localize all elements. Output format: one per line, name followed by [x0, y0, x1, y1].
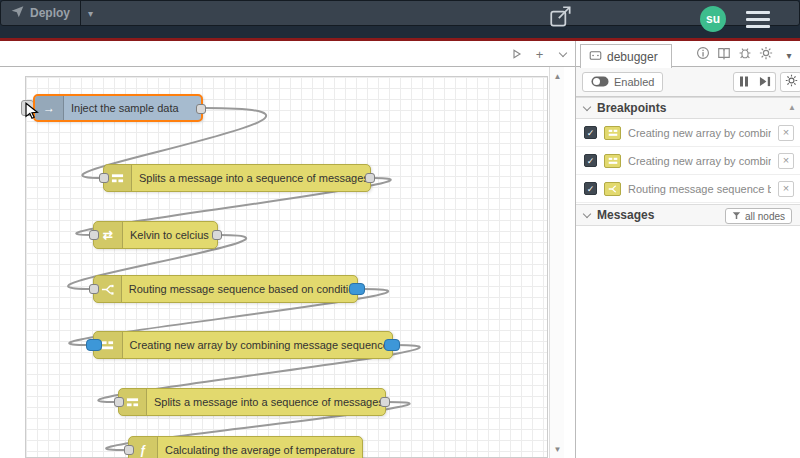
input-port[interactable] — [89, 284, 99, 294]
step-forward-icon — [759, 73, 771, 91]
node-inject[interactable]: → Inject the sample data — [33, 94, 203, 122]
input-port-breakpoint[interactable] — [86, 339, 102, 351]
node-label: Routing message sequence based on condit… — [122, 276, 357, 302]
node-switch[interactable]: Routing message sequence based on condit… — [93, 275, 358, 303]
join-mini-node-icon — [604, 126, 621, 140]
node-change[interactable]: ⇄ Kelvin to celcius — [93, 221, 218, 249]
remove-breakpoint-button[interactable]: × — [778, 181, 794, 197]
sidebar-tab-config[interactable] — [755, 46, 776, 64]
canvas-vertical-scrollbar[interactable]: ▲ ▼ — [549, 67, 564, 458]
export-icon — [548, 4, 574, 34]
input-port[interactable] — [114, 397, 124, 407]
sidebar-tab-icons — [692, 46, 776, 64]
breakpoint-checkbox[interactable]: ✓ — [584, 154, 597, 167]
main-menu-button[interactable] — [744, 8, 772, 30]
scroll-up-icon: ▲ — [554, 72, 562, 81]
node-label: Creating new array by combining message … — [123, 332, 392, 358]
close-icon: × — [783, 182, 789, 194]
check-icon: ✓ — [587, 184, 595, 194]
input-port[interactable] — [124, 445, 134, 455]
breakpoint-row[interactable]: ✓ Creating new array by combining messag… — [576, 119, 800, 147]
gear-icon — [785, 73, 798, 91]
remove-breakpoint-button[interactable]: × — [778, 125, 794, 141]
breakpoint-label: Creating new array by combining message … — [628, 127, 771, 139]
node-function[interactable]: ƒ Calculating the average of temperature — [128, 436, 363, 458]
join-mini-node-icon — [604, 154, 621, 168]
node-split[interactable]: Splits a message into a sequence of mess… — [103, 164, 371, 192]
scroll-down-button[interactable]: ▼ — [550, 442, 565, 456]
section-breakpoints[interactable]: Breakpoints ▲ — [576, 97, 800, 119]
scroll-up-button[interactable]: ▲ — [550, 69, 565, 83]
section-scroll-up-icon[interactable]: ▲ — [788, 103, 796, 112]
debugger-tab-label: debugger — [607, 50, 658, 64]
hamburger-icon — [746, 11, 770, 14]
node-label: Kelvin to celcius — [123, 222, 216, 248]
enabled-label: Enabled — [614, 76, 654, 88]
step-button[interactable] — [754, 72, 776, 92]
sidebar-tab-list-button[interactable]: ▾ — [780, 46, 798, 64]
section-messages[interactable]: Messages all nodes — [576, 204, 800, 226]
remove-breakpoint-button[interactable]: × — [778, 153, 794, 169]
add-flow-button[interactable]: + — [528, 44, 551, 64]
output-port-breakpoint[interactable] — [349, 283, 365, 295]
scroll-down-icon: ▼ — [554, 445, 562, 454]
output-port[interactable] — [365, 173, 375, 183]
sidebar-tab-debugger[interactable]: debugger — [580, 44, 672, 68]
breakpoint-checkbox[interactable]: ✓ — [584, 126, 597, 139]
header-bar: Deploy ▾ su — [0, 0, 800, 38]
funnel-icon — [732, 211, 741, 222]
input-port[interactable] — [99, 173, 109, 183]
breakpoint-label: Routing message sequence based on condit… — [628, 183, 771, 195]
breakpoints-section-label: Breakpoints — [597, 101, 666, 115]
node-red-app: Deploy ▾ su + — [0, 0, 800, 458]
gear-icon — [759, 46, 773, 64]
breakpoint-label: Creating new array by combining message … — [628, 155, 771, 167]
deploy-options-button[interactable]: ▾ — [80, 1, 100, 25]
messages-section-label: Messages — [597, 208, 654, 222]
sidebar-tab-info[interactable] — [692, 46, 713, 64]
output-port[interactable] — [380, 397, 390, 407]
debugger-sidebar: Enabled Breakpoi — [576, 67, 800, 458]
bug-icon — [738, 46, 752, 64]
workspace-tabbar: + debugger — [0, 41, 800, 67]
message-filter-button[interactable]: all nodes — [725, 208, 792, 224]
sidebar-tab-debug[interactable] — [734, 46, 755, 64]
chevron-down-icon: ▾ — [88, 8, 93, 19]
sidebar-tab-help[interactable] — [713, 46, 734, 64]
filter-label: all nodes — [745, 211, 785, 222]
check-icon: ✓ — [587, 128, 595, 138]
node-join[interactable]: Creating new array by combining message … — [93, 331, 393, 359]
chevron-down-icon — [558, 48, 566, 56]
user-avatar[interactable]: su — [700, 6, 726, 32]
debugger-toolbar: Enabled — [576, 67, 800, 97]
flow-list-button[interactable] — [551, 44, 574, 64]
breakpoint-checkbox[interactable]: ✓ — [584, 182, 597, 195]
book-icon — [717, 46, 731, 64]
tab-scroll-right-button[interactable] — [505, 44, 528, 64]
deploy-label: Deploy — [30, 6, 70, 20]
avatar-initials: su — [706, 12, 720, 26]
output-port[interactable] — [196, 104, 206, 114]
tab-scroll-tools: + — [505, 44, 574, 64]
flow-canvas: → Inject the sample data Splits a messag… — [0, 67, 575, 458]
debugger-enabled-toggle[interactable]: Enabled — [582, 72, 663, 92]
pause-button[interactable] — [733, 72, 755, 92]
debugger-settings-button[interactable] — [780, 72, 800, 92]
breakpoint-row[interactable]: ✓ Routing message sequence based on cond… — [576, 175, 800, 203]
breakpoint-row[interactable]: ✓ Creating new array by combining messag… — [576, 147, 800, 175]
input-port[interactable] — [89, 230, 99, 240]
chevron-down-icon — [583, 102, 591, 110]
deploy-main[interactable]: Deploy — [1, 1, 80, 25]
node-label: Splits a message into a sequence of mess… — [132, 165, 370, 191]
export-button[interactable] — [546, 5, 576, 33]
close-icon: × — [783, 126, 789, 138]
deploy-icon — [11, 5, 24, 21]
node-split[interactable]: Splits a message into a sequence of mess… — [118, 388, 386, 416]
close-icon: × — [783, 154, 789, 166]
mouse-cursor — [24, 102, 40, 120]
node-label: Calculating the average of temperature — [158, 437, 362, 458]
deploy-button[interactable]: Deploy ▾ — [0, 0, 800, 26]
plus-icon: + — [536, 47, 544, 62]
output-port[interactable] — [212, 230, 222, 240]
output-port-breakpoint[interactable] — [384, 339, 400, 351]
